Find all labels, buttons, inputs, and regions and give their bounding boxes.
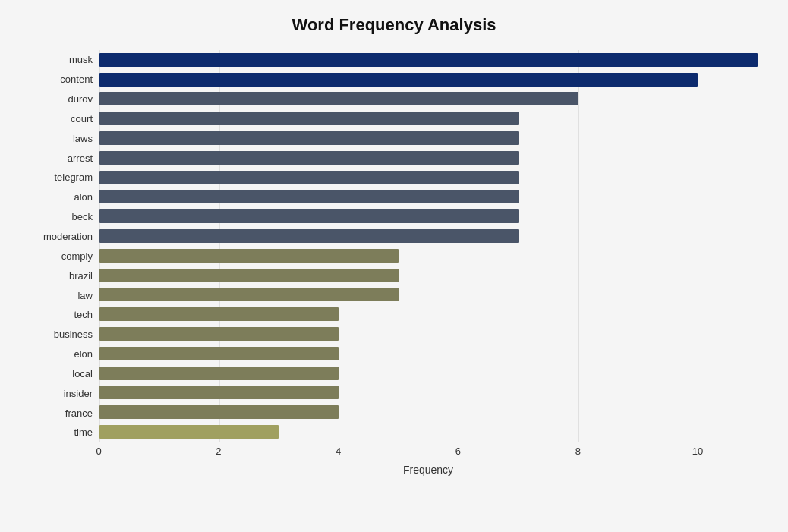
bar	[99, 288, 399, 301]
bar-row	[99, 90, 758, 107]
bar-row	[99, 345, 758, 362]
y-label: moderation	[43, 231, 93, 241]
y-label: durov	[68, 94, 93, 104]
chart-container: Word Frequency Analysis muskcontentdurov…	[0, 0, 788, 532]
y-label: beck	[72, 212, 93, 222]
y-label: law	[77, 291, 93, 301]
x-axis: 0246810 Frequency	[99, 442, 758, 476]
y-label: comply	[61, 251, 93, 261]
x-tick: 6	[455, 445, 461, 457]
y-label: tech	[74, 310, 93, 320]
y-label: arrest	[68, 153, 93, 163]
bar-row	[99, 286, 758, 303]
bar	[99, 386, 339, 399]
bar-row	[99, 306, 758, 323]
bar	[99, 229, 519, 243]
bar	[99, 53, 758, 67]
bar	[99, 131, 519, 145]
bar-row	[99, 71, 758, 88]
y-label: local	[72, 369, 93, 379]
bar	[99, 367, 339, 380]
chart-title: Word Frequency Analysis	[30, 15, 758, 35]
bar	[99, 73, 698, 87]
grid-line	[219, 50, 220, 442]
bar-row	[99, 384, 758, 401]
bar	[99, 249, 399, 263]
bar	[99, 209, 519, 223]
y-label: time	[74, 427, 93, 437]
y-label: content	[60, 74, 93, 84]
bar	[99, 425, 279, 439]
bar	[99, 92, 578, 105]
x-tick: 10	[692, 445, 703, 457]
bar-row	[99, 267, 758, 284]
bar-row	[99, 365, 758, 382]
bar-row	[99, 228, 758, 244]
x-tick: 4	[336, 445, 341, 457]
y-label: france	[65, 408, 93, 418]
bar-row	[99, 247, 758, 264]
bar	[99, 327, 339, 341]
bar-row	[99, 326, 758, 342]
bars-section: muskcontentdurovcourtlawsarresttelegrama…	[30, 50, 758, 442]
bar-row	[99, 404, 758, 420]
bar	[99, 151, 519, 165]
bar	[99, 347, 339, 360]
bar	[99, 190, 519, 203]
y-labels: muskcontentdurovcourtlawsarresttelegrama…	[30, 50, 99, 442]
bar-row	[99, 423, 758, 440]
y-label: business	[54, 329, 93, 339]
y-label: court	[71, 114, 93, 124]
grid-line	[578, 50, 579, 442]
bar	[99, 171, 519, 184]
x-tick: 0	[96, 445, 101, 457]
y-label: brazil	[69, 271, 93, 281]
bar-row	[99, 110, 758, 127]
bars-and-grid	[99, 50, 758, 442]
y-label: musk	[69, 55, 93, 65]
y-label: laws	[73, 134, 93, 143]
bar-row	[99, 52, 758, 68]
chart-area: muskcontentdurovcourtlawsarresttelegrama…	[30, 50, 758, 476]
x-tick: 8	[575, 445, 581, 457]
bar-row	[99, 188, 758, 205]
bar	[99, 269, 399, 282]
bar-row	[99, 169, 758, 186]
bar	[99, 307, 339, 321]
bar-row	[99, 150, 758, 166]
y-label: insider	[64, 389, 93, 398]
y-label: elon	[74, 349, 93, 359]
bar	[99, 405, 339, 419]
bar-row	[99, 130, 758, 146]
y-label: telegram	[54, 172, 93, 182]
bar	[99, 112, 519, 125]
grid-line	[459, 50, 459, 442]
x-tick: 2	[216, 445, 221, 457]
y-label: alon	[74, 192, 93, 202]
x-axis-label: Frequency	[99, 464, 758, 476]
grid-line	[99, 50, 100, 442]
grid-line	[698, 50, 698, 442]
bar-row	[99, 208, 758, 225]
grid-line	[339, 50, 339, 442]
